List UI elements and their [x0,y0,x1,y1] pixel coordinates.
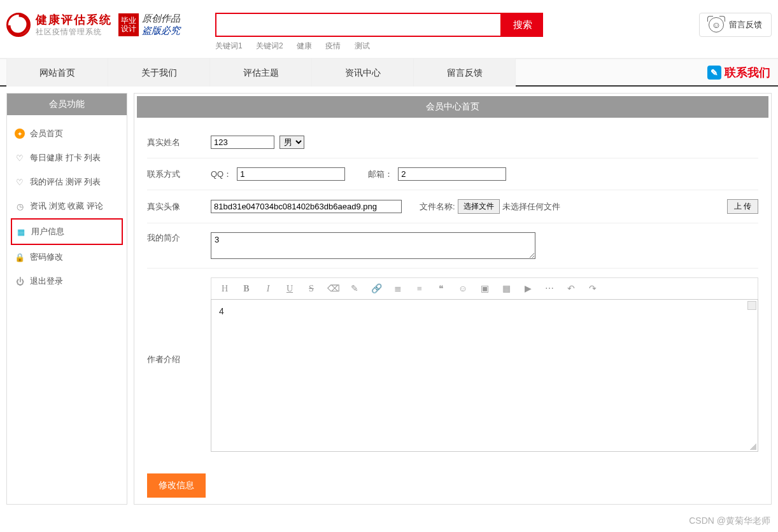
sidebar-item-userinfo[interactable]: ▦ 用户信息 [11,218,123,245]
italic-icon[interactable]: I [262,284,274,294]
logo-area: 健康评估系统 社区疫情管理系统 [6,13,112,37]
file-label: 文件名称: [420,201,455,213]
badge-line2: 盗版必究 [142,25,180,37]
nav-topics[interactable]: 评估主题 [210,59,312,87]
home-icon: ✦ [15,129,25,139]
name-label: 真实姓名 [147,137,211,148]
qq-input[interactable] [237,167,345,181]
intro-textarea[interactable] [211,232,535,259]
logo-title: 健康评估系统 [36,13,112,27]
editor-body[interactable]: 4 [211,299,758,452]
qq-label: QQ： [211,169,232,180]
sidebar-item-label: 每日健康 打卡 列表 [30,152,101,164]
gender-select[interactable]: 男 [279,136,304,149]
clock-icon: ◷ [15,201,25,211]
video-icon[interactable]: ▶ [522,283,534,294]
intro-label: 我的简介 [147,232,211,244]
editor-toolbar: H B I U S ⌫ ✎ 🔗 ≣ ≡ ❝ ☺ ▣ ▦ ▶ [211,277,758,299]
sidebar-item-assess[interactable]: ♡ 我的评估 测评 列表 [11,170,123,194]
badge-line1: 原创作品 [142,13,180,25]
scroll-up-icon[interactable] [747,301,756,310]
feedback-label: 留言反馈 [729,19,762,31]
upload-button[interactable]: 上 传 [727,199,758,214]
author-label: 作者介绍 [147,277,211,365]
email-label: 邮箱： [368,169,393,180]
table-icon[interactable]: ▦ [500,283,512,294]
keyword-link[interactable]: 疫情 [325,41,341,50]
eraser-icon[interactable]: ⌫ [327,283,339,294]
redo-icon[interactable]: ↷ [587,283,598,294]
sidebar-item-news[interactable]: ◷ 资讯 浏览 收藏 评论 [11,194,123,218]
search-keywords: 关键词1 关键词2 健康 疫情 测试 [215,41,543,52]
choose-file-button[interactable]: 选择文件 [458,199,500,214]
undo-icon[interactable]: ↶ [565,283,577,294]
editor-content: 4 [219,306,224,316]
quote-icon[interactable]: ❝ [435,283,447,294]
bold-icon[interactable]: B [241,284,252,294]
contact-label: 联系方式 [147,169,211,180]
name-input[interactable] [211,136,274,149]
sidebar-item-health[interactable]: ♡ 每日健康 打卡 列表 [11,146,123,170]
keyword-link[interactable]: 关键词2 [256,41,283,50]
avatar-input[interactable] [211,200,402,213]
headset-icon: ☺ [709,17,724,32]
align-icon[interactable]: ≡ [414,284,425,294]
contact-icon: ✎ [707,66,721,80]
submit-button[interactable]: 修改信息 [147,473,206,498]
document-icon: ▦ [16,227,26,237]
search-input[interactable] [215,13,502,37]
search-button[interactable]: 搜索 [502,13,543,37]
badge-red: 毕业 设计 [118,13,139,36]
sidebar-item-label: 退出登录 [30,276,63,287]
nav-feedback[interactable]: 留言反馈 [414,59,516,87]
sidebar-item-label: 我的评估 测评 列表 [30,176,101,188]
lock-icon: 🔒 [15,252,25,262]
nav-about[interactable]: 关于我们 [108,59,210,87]
sidebar-item-label: 会员首页 [30,128,63,139]
feedback-button[interactable]: ☺ 留言反馈 [699,13,772,37]
keyword-link[interactable]: 健康 [297,41,312,50]
logo-subtitle: 社区疫情管理系统 [36,27,112,36]
image-icon[interactable]: ▣ [479,283,490,294]
sidebar-item-label: 资讯 浏览 收藏 评论 [30,200,103,212]
shield-icon: ♡ [15,177,25,187]
sidebar-item-home[interactable]: ✦ 会员首页 [11,122,123,146]
avatar-label: 真实头像 [147,201,211,213]
sidebar-item-label: 用户信息 [31,226,64,237]
nav-contact[interactable]: ✎ 联系我们 [707,65,770,80]
strike-icon[interactable]: S [306,284,317,294]
nav-contact-label: 联系我们 [725,65,770,80]
sidebar-item-logout[interactable]: ⏻ 退出登录 [11,269,123,293]
emoji-icon[interactable]: ☺ [457,284,469,294]
sidebar-item-password[interactable]: 🔒 密码修改 [11,245,123,269]
file-none-text: 未选择任何文件 [502,201,560,213]
content-title: 会员中心首页 [137,96,768,118]
logo-icon [6,13,31,37]
shield-icon: ♡ [15,153,25,163]
sidebar-title: 会员功能 [7,94,127,115]
heading-icon[interactable]: H [219,284,230,294]
more-icon[interactable]: ⋯ [544,283,555,294]
nav-news[interactable]: 资讯中心 [312,59,414,87]
badge-block: 毕业 设计 原创作品 盗版必究 [118,13,180,37]
list-icon[interactable]: ≣ [392,283,404,294]
power-icon: ⏻ [15,276,25,286]
link-icon[interactable]: 🔗 [371,283,382,294]
email-input[interactable] [398,167,506,181]
nav-home[interactable]: 网站首页 [6,59,108,87]
keyword-link[interactable]: 关键词1 [215,41,243,50]
brush-icon[interactable]: ✎ [349,283,360,294]
underline-icon[interactable]: U [284,284,295,294]
keyword-link[interactable]: 测试 [355,41,370,50]
sidebar-item-label: 密码修改 [30,251,63,263]
